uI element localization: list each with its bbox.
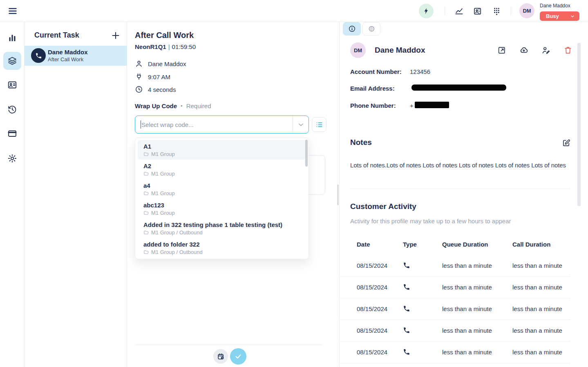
- notes-text: Lots of notes.Lots of notes Lots of note…: [350, 162, 566, 169]
- phone-call-icon: [403, 305, 410, 312]
- dialpad-icon[interactable]: [492, 7, 501, 16]
- activity-queue-duration: less than a minute: [442, 284, 492, 291]
- col-type: Type: [403, 241, 417, 248]
- open-in-new-icon[interactable]: [497, 46, 506, 55]
- notes-title: Notes: [350, 138, 372, 147]
- duration-row: 4 seconds: [135, 85, 176, 94]
- queue-and-timer: NeonR1Q1|01:59:50: [135, 43, 196, 50]
- tab-contact-info[interactable]: [343, 22, 361, 36]
- trash-icon[interactable]: [563, 46, 572, 55]
- folder-icon: [143, 171, 149, 176]
- contact-card-icon: [7, 80, 17, 90]
- contact-name: Dane Maddox: [148, 60, 186, 67]
- line-chart-icon[interactable]: [454, 7, 464, 16]
- activity-queue-duration: less than a minute: [442, 305, 492, 312]
- nav-item-browser[interactable]: [3, 125, 21, 142]
- wrap-code-select[interactable]: Select wrap code...: [135, 116, 309, 133]
- current-task-panel: Current Task Dane Maddox After Call Work: [25, 22, 127, 367]
- info-icon: [348, 25, 356, 33]
- separator: |: [166, 43, 172, 50]
- wrap-code-dropdown: A1 M1 Group A2 M1 Group a4 M1 Group abc1…: [135, 138, 309, 259]
- wrap-code-option[interactable]: added to folder 322 M1 Group / Outbound: [138, 238, 306, 258]
- confirm-button[interactable]: [230, 348, 246, 365]
- wrap-code-option-group: M1 Group / Outbound: [151, 249, 203, 255]
- cloud-download-icon[interactable]: [519, 46, 528, 55]
- col-queue-duration: Queue Duration: [442, 241, 488, 248]
- wrap-code-option[interactable]: a4 M1 Group: [138, 179, 306, 199]
- user-avatar[interactable]: DM: [519, 3, 534, 18]
- nav-item-contacts[interactable]: [3, 76, 21, 94]
- menu-icon[interactable]: [8, 6, 18, 16]
- clock-icon: [135, 85, 143, 93]
- tab-ai-insights[interactable]: [362, 22, 380, 36]
- start-time: 9:07 AM: [148, 73, 170, 80]
- timer: 01:59:50: [172, 43, 196, 50]
- folder-icon: [143, 151, 149, 157]
- app-window: DM Dane Maddox Busy Current: [0, 0, 588, 367]
- wrap-code-option-label: A1: [143, 142, 302, 150]
- chevron-down-icon[interactable]: [297, 121, 305, 129]
- edit-contact-icon[interactable]: [541, 46, 550, 55]
- wrap-code-option-label: Added in 322 testing phase 1 table testi…: [143, 221, 302, 229]
- wrap-code-option[interactable]: A2 M1 Group: [138, 160, 306, 179]
- activity-call-duration: less than a minute: [512, 349, 562, 356]
- task-name: Dane Maddox: [48, 49, 88, 56]
- wrap-code-list-button[interactable]: [312, 117, 326, 132]
- required-label: Required: [186, 102, 211, 109]
- phone-call-icon: [403, 262, 410, 269]
- wrap-code-option-group-row: M1 Group: [143, 190, 302, 196]
- wrap-code-option-group-row: M1 Group: [143, 171, 302, 177]
- contact-avatar: DM: [350, 42, 366, 58]
- plug-icon: [135, 73, 143, 81]
- footer-divider: [135, 345, 323, 345]
- nav-item-tasks[interactable]: [3, 52, 21, 70]
- wrap-code-option-group: M1 Group / Outbound: [151, 229, 203, 236]
- contact-book-icon[interactable]: [473, 7, 483, 16]
- activity-queue-duration: less than a minute: [442, 349, 492, 356]
- brain-icon: [368, 25, 376, 33]
- contact-name: Dane Maddox: [375, 46, 425, 55]
- list-icon: [315, 121, 323, 129]
- customer-activity-subtitle: Activity for this profile may take up to…: [350, 218, 511, 225]
- account-number-value: 123456: [410, 68, 430, 75]
- folder-icon: [143, 191, 149, 196]
- right-scrollbar[interactable]: [577, 43, 581, 206]
- wrap-code-option-group-row: M1 Group: [143, 151, 302, 157]
- edit-notes-icon[interactable]: [562, 138, 571, 147]
- quick-actions-button[interactable]: [419, 4, 434, 18]
- wrap-code-option-label: added to folder 322: [143, 240, 302, 248]
- wrap-code-option[interactable]: Added in 322 testing phase 1 table testi…: [138, 218, 306, 238]
- email-label: Email Address:: [350, 85, 395, 92]
- activity-table-body: 08/15/2024 less than a minute less than …: [340, 255, 570, 363]
- activity-type: [403, 262, 410, 269]
- activity-type: [403, 283, 410, 291]
- phone-prefix: +: [410, 102, 414, 109]
- activity-table-header: Date Type Queue Duration Call Duration: [340, 241, 570, 249]
- activity-date: 08/15/2024: [357, 349, 387, 356]
- schedule-button[interactable]: [213, 349, 228, 364]
- wrap-code-option[interactable]: A1 M1 Group: [138, 140, 306, 160]
- status-dropdown[interactable]: Busy: [540, 11, 579, 21]
- user-menu: Dane Maddox Busy: [540, 2, 579, 21]
- phone-call-icon: [403, 327, 410, 334]
- folder-icon: [143, 249, 149, 255]
- nav-item-settings[interactable]: [3, 149, 21, 167]
- wrap-code-dropdown-list: A1 M1 Group A2 M1 Group a4 M1 Group abc1…: [135, 140, 309, 258]
- start-time-row: 9:07 AM: [135, 72, 170, 82]
- dropdown-scrollbar[interactable]: [305, 140, 308, 167]
- nav-item-history[interactable]: [3, 100, 21, 118]
- wrap-up-label-row: Wrap Up Code • Required: [135, 102, 211, 109]
- wrap-code-option-label: A2: [143, 162, 302, 170]
- task-list-item[interactable]: Dane Maddox After Call Work: [25, 46, 127, 66]
- wrap-code-option[interactable]: abc123 M1 Group: [138, 199, 306, 218]
- task-duration: 4 seconds: [148, 86, 176, 93]
- activity-type: [403, 305, 410, 312]
- nav-item-stats[interactable]: [3, 29, 21, 47]
- contact-row: Dane Maddox: [135, 59, 186, 69]
- wrap-code-option-label: a4: [143, 182, 302, 189]
- activity-row: 08/15/2024 less than a minute less than …: [340, 320, 570, 342]
- center-scrollbar[interactable]: [337, 185, 339, 205]
- add-task-icon[interactable]: [111, 31, 121, 40]
- person-icon: [135, 60, 143, 68]
- activity-row: 08/15/2024 less than a minute less than …: [340, 298, 570, 320]
